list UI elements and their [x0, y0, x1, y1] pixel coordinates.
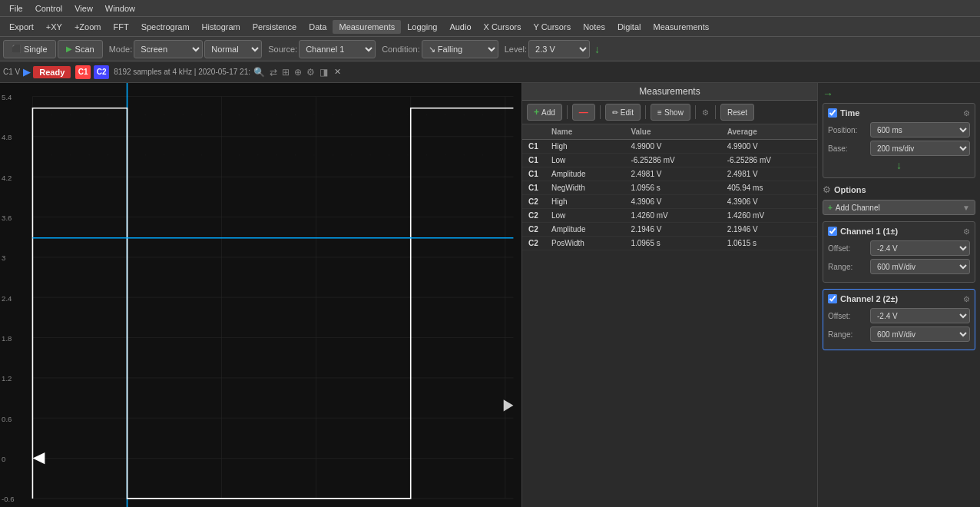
channel1-header: Channel 1 (1±) ⚙: [828, 227, 970, 236]
zoom-icon[interactable]: ⊕: [293, 65, 303, 79]
row-name: NegWidth: [545, 181, 624, 195]
row-average: -6.25286 mV: [721, 154, 817, 167]
tab-xy[interactable]: +XY: [40, 20, 68, 34]
info-bar: C1 V ▶ Ready C1 C2 8192 samples at 4 kHz…: [0, 61, 980, 83]
gear-icon[interactable]: ⚙: [305, 65, 316, 79]
time-title: Time: [840, 108, 960, 118]
edit-measurement-button[interactable]: ✏ Edit: [605, 104, 641, 121]
table-row: C1 Low -6.25286 mV -6.25286 mV: [522, 154, 817, 167]
scroll-icon[interactable]: ⇄: [268, 65, 279, 79]
row-value: 4.9900 V: [624, 140, 720, 154]
ch1-badge[interactable]: C1: [75, 65, 91, 79]
row-name: Low: [545, 209, 624, 223]
time-gear-icon[interactable]: ⚙: [963, 109, 970, 118]
row-ch: C2: [522, 237, 545, 250]
reset-measurement-button[interactable]: Reset: [720, 104, 754, 121]
measurements-panel: Measurements + Add — ✏ Edit ≡ Show ⚙: [522, 83, 818, 507]
tab-notes[interactable]: Notes: [577, 20, 611, 34]
ch1-range-select[interactable]: 600 mV/div: [870, 259, 970, 274]
table-row: C2 Amplitude 2.1946 V 2.1946 V: [522, 223, 817, 237]
normal-select[interactable]: Normal: [204, 40, 262, 58]
tab-xcursors[interactable]: X Cursors: [478, 20, 528, 34]
search-icon[interactable]: 🔍: [252, 65, 267, 79]
table-row: C2 Low 1.4260 mV 1.4260 mV: [522, 209, 817, 223]
add-channel-label: Add Channel: [836, 204, 880, 212]
delete-icon: —: [579, 107, 588, 118]
measurements-title: Measurements: [639, 86, 700, 97]
scan-label: Scan: [75, 45, 94, 54]
row-ch: C1: [522, 140, 545, 154]
row-ch: C1: [522, 167, 545, 181]
svg-text:0: 0: [2, 455, 5, 463]
time-checkbox[interactable]: [828, 108, 837, 118]
position-select[interactable]: 600 ms: [870, 122, 970, 138]
tab-export[interactable]: Export: [3, 20, 40, 34]
condition-label: Condition:: [382, 45, 420, 54]
channel1-gear-icon[interactable]: ⚙: [963, 227, 970, 236]
menu-file[interactable]: File: [3, 2, 29, 15]
row-name: High: [545, 195, 624, 209]
base-label: Base:: [828, 144, 870, 153]
ch2-offset-select[interactable]: -2.4 V: [870, 308, 970, 323]
col-value: Value: [624, 124, 720, 140]
add-measurement-button[interactable]: + Add: [527, 104, 562, 121]
channel2-checkbox[interactable]: [828, 294, 837, 303]
menu-window[interactable]: Window: [99, 2, 141, 15]
tab-measurements[interactable]: Measurements: [333, 20, 401, 34]
base-select[interactable]: 200 ms/div: [870, 141, 970, 156]
tab-zoom[interactable]: +Zoom: [68, 20, 108, 34]
ch2-badge[interactable]: C2: [94, 65, 109, 79]
ch2-offset-label: Offset:: [828, 312, 870, 320]
mode-select[interactable]: Screen: [134, 40, 203, 58]
row-value: 2.4981 V: [624, 167, 720, 181]
single-label: Single: [24, 45, 48, 54]
options-gear-icon: ⚙: [823, 184, 831, 195]
add-icon: +: [534, 107, 539, 118]
main-area: 5.4 4.8 4.2 3.6 3 2.4 1.8 1.2 0.6 0 -0.6: [0, 83, 980, 507]
ch2-range-select[interactable]: 600 mV/div: [870, 326, 970, 342]
tab-spectrogram[interactable]: Spectrogram: [135, 20, 196, 34]
level-select[interactable]: 2.3 V: [528, 40, 590, 58]
svg-text:3: 3: [2, 254, 5, 262]
channel1-checkbox[interactable]: [828, 227, 837, 236]
row-name: Amplitude: [545, 223, 624, 237]
info-icons: 🔍 ⇄ ⊞ ⊕ ⚙ ◨: [252, 65, 329, 79]
source-select[interactable]: Channel 1: [299, 40, 376, 58]
svg-text:0.6: 0.6: [2, 414, 12, 422]
measurements-toolbar: + Add — ✏ Edit ≡ Show ⚙ Reset: [522, 101, 817, 124]
tab-digital[interactable]: Digital: [611, 20, 647, 34]
delete-measurement-button[interactable]: —: [572, 104, 595, 121]
single-button[interactable]: ⬛ Single: [3, 40, 56, 58]
menu-control[interactable]: Control: [29, 2, 68, 15]
show-measurement-button[interactable]: ≡ Show: [651, 104, 690, 121]
tab-persistence[interactable]: Persistence: [247, 20, 303, 34]
edit-label: Edit: [621, 108, 634, 117]
table-row: C2 PosWidth 1.0965 s 1.0615 s: [522, 237, 817, 250]
expand-icon[interactable]: ◨: [318, 65, 329, 79]
menu-view[interactable]: View: [68, 2, 99, 15]
tab-data[interactable]: Data: [303, 20, 333, 34]
options-header: ⚙ Options: [823, 184, 975, 195]
row-name: Amplitude: [545, 167, 624, 181]
close-x[interactable]: ✕: [334, 67, 341, 77]
tab-ycursors[interactable]: Y Cursors: [527, 20, 577, 34]
add-channel-button[interactable]: + Add Channel ▼: [823, 200, 975, 215]
level-label: Level:: [505, 45, 527, 54]
row-value: 2.1946 V: [624, 223, 720, 237]
ch1-offset-select[interactable]: -2.4 V: [870, 240, 970, 256]
settings-icon[interactable]: ⚙: [702, 108, 709, 117]
tab-audio[interactable]: Audio: [443, 20, 477, 34]
tab-histogram[interactable]: Histogram: [196, 20, 247, 34]
ch1-arrow: ▶: [23, 67, 30, 78]
options-area: ⚙ Options + Add Channel ▼: [823, 184, 975, 215]
tab-logging[interactable]: Logging: [401, 20, 443, 34]
channel2-gear-icon[interactable]: ⚙: [963, 295, 970, 303]
channel1-title: Channel 1 (1±): [840, 227, 960, 236]
condition-select[interactable]: ↘ Falling: [422, 40, 498, 58]
tab-measurements2[interactable]: Measurements: [647, 20, 715, 34]
scope-svg[interactable]: 5.4 4.8 4.2 3.6 3 2.4 1.8 1.2 0.6 0 -0.6: [0, 83, 521, 507]
tab-fft[interactable]: FFT: [107, 20, 134, 34]
fit-icon[interactable]: ⊞: [280, 65, 291, 79]
scan-button[interactable]: ▶ Scan: [58, 40, 103, 58]
svg-rect-0: [0, 83, 521, 507]
